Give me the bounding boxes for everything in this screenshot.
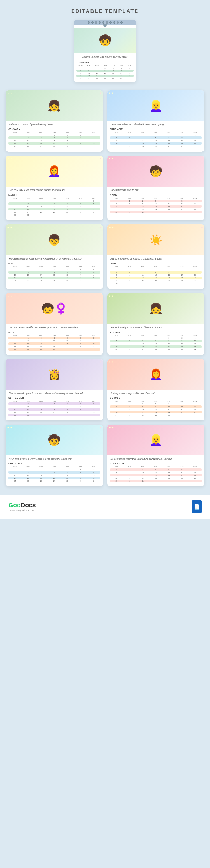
month-card-november: ✦ ✦🧒✦Your time is limited, don't waste i… (6, 425, 103, 486)
month-card-july: ✦ ✦🧒‍♀️✦You are never too old to set ano… (6, 293, 103, 355)
illustration-october: ✦ ✦👩‍🦰✦ (107, 359, 205, 390)
illustration-march: ✦ ✦👩‍🦰✦ (6, 156, 103, 187)
month-card-february: ✦ ✦👱‍♀️✦Don't watch the clock; do what i… (107, 90, 205, 152)
hero-quote: Believe you can and you're halfway there… (74, 53, 136, 60)
character-march: 👩‍🦰 (47, 165, 61, 178)
illustration-december: ✦ ✦👱‍♀️✦ (107, 425, 205, 456)
month-label-january: JANUARY (6, 127, 103, 131)
month-label-august: AUGUST (107, 330, 205, 334)
footer-doc-icon[interactable]: 📄 (192, 500, 202, 513)
month-label-september: SEPTEMBER (6, 396, 103, 400)
month-card-september: ✦ ✦👸✦The future belongs to those who bel… (6, 359, 103, 421)
month-card-december: ✦ ✦👱‍♀️✦Do something today that your fut… (107, 425, 205, 486)
calendar-november: MONTUEWEDTHUFRISATSUN1234567891011121314… (6, 466, 103, 484)
month-card-june: ✦ ✦☀️✦Act as if what you do makes a diff… (107, 224, 205, 289)
calendar-june: MONTUEWEDTHUFRISATSUN1234567891011121314… (107, 266, 205, 286)
character-august: 👧 (149, 302, 163, 315)
month-label-june: JUNE (107, 261, 205, 266)
quote-june: Act as if what you do makes a difference… (107, 255, 205, 261)
illustration-february: ✦ ✦👱‍♀️✦ (107, 90, 205, 121)
illustration-january: ✦ ✦👧✦ (6, 90, 103, 121)
calendar-september: MONTUEWEDTHUFRISATSUN1234567891011121314… (6, 400, 103, 417)
month-card-october: ✦ ✦👩‍🦰✦It always seems impossible until … (107, 359, 205, 421)
quote-january: Believe you can and you're halfway there… (6, 121, 103, 127)
character-may: 👦 (47, 234, 61, 246)
quote-march: The only way to do great work is to love… (6, 187, 103, 192)
calendar-january: MONTUEWEDTHUFRISATSUN1234567891011121314… (6, 131, 103, 149)
quote-october: It always seems impossible until it's do… (107, 390, 205, 396)
month-label-december: DECEMBER (107, 461, 205, 466)
hero-month: JANUARY (74, 60, 136, 64)
quote-august: Act as if what you do makes a difference… (107, 324, 205, 330)
character-february: 👱‍♀️ (149, 99, 163, 112)
calendar-august: MONTUEWEDTHUFRISATSUN1234567891011121314… (107, 334, 205, 352)
illustration-june: ✦ ✦☀️✦ (107, 224, 205, 255)
illustration-september: ✦ ✦👸✦ (6, 359, 103, 390)
footer: GooDocs www.thegoodocs.com 📄 (0, 495, 210, 519)
hero-calendar-grid: MONTUEWEDTHUFRISATSUN 1234 567891011 121… (74, 64, 136, 82)
quote-may: Hardships often prepare ordinary people … (6, 255, 103, 261)
hook (103, 24, 107, 28)
quote-december: Do something today that your future self… (107, 456, 205, 461)
illustration-april: ✦ ✦🧒✦ (107, 156, 205, 187)
hero-character: 🧒 (99, 34, 112, 46)
illustration-august: ✦ ✦👧✦ (107, 293, 205, 324)
illustration-november: ✦ ✦🧒✦ (6, 425, 103, 456)
hero-calendar: 🧒 Believe you can and you're halfway the… (74, 20, 136, 82)
character-october: 👩‍🦰 (149, 368, 163, 381)
hero-section: 🧒 Believe you can and you're halfway the… (0, 20, 210, 82)
month-card-august: ✦ ✦👧✦Act as if what you do makes a diffe… (107, 293, 205, 355)
calendar-december: MONTUEWEDTHUFRISATSUN1234567891011121314… (107, 466, 205, 484)
month-card-april: ✦ ✦🧒✦Dream big and dare to fail!APRILMON… (107, 156, 205, 220)
calendar-may: MONTUEWEDTHUFRISATSUN1234567891011121314… (6, 266, 103, 283)
character-september: 👸 (47, 368, 61, 381)
quote-july: You are never too old to set another goa… (6, 324, 103, 330)
calendar-july: MONTUEWEDTHUFRISATSUN1234567891011121314… (6, 334, 103, 352)
month-label-may: MAY (6, 261, 103, 266)
month-label-july: JULY (6, 330, 103, 334)
month-card-march: ✦ ✦👩‍🦰✦The only way to do great work is … (6, 156, 103, 220)
hero-img: 🧒 (74, 28, 136, 53)
month-card-may: ✦ ✦👦✦Hardships often prepare ordinary pe… (6, 224, 103, 289)
illustration-july: ✦ ✦🧒‍♀️✦ (6, 293, 103, 324)
quote-april: Dream big and dare to fail! (107, 187, 205, 192)
month-card-january: ✦ ✦👧✦Believe you can and you're halfway … (6, 90, 103, 152)
footer-logo: GooDocs www.thegoodocs.com (8, 502, 36, 512)
month-label-november: NOVEMBER (6, 461, 103, 466)
character-july: 🧒‍♀️ (41, 302, 68, 315)
calendar-october: MONTUEWEDTHUFRISATSUN1234567891011121314… (107, 400, 205, 417)
month-label-april: APRIL (107, 192, 205, 197)
character-june: ☀️ (149, 234, 163, 246)
month-label-october: OCTOBER (107, 396, 205, 400)
page-title: EDITABLE TEMPLATE (0, 0, 210, 20)
month-label-february: FEBRUARY (107, 127, 205, 131)
calendar-march: MONTUEWEDTHUFRISATSUN1234567891011121314… (6, 197, 103, 217)
character-january: 👧 (47, 99, 61, 112)
calendar-february: MONTUEWEDTHUFRISATSUN1234567891011121314… (107, 131, 205, 149)
character-april: 🧒 (149, 165, 163, 178)
illustration-may: ✦ ✦👦✦ (6, 224, 103, 255)
quote-november: Your time is limited, don't waste it liv… (6, 456, 103, 461)
character-november: 🧒 (47, 434, 61, 446)
character-december: 👱‍♀️ (149, 434, 163, 446)
month-label-march: MARCH (6, 192, 103, 197)
quote-september: The future belongs to those who believe … (6, 390, 103, 396)
calendar-april: MONTUEWEDTHUFRISATSUN1234567891011121314… (107, 197, 205, 215)
calendar-grid: ✦ ✦👧✦Believe you can and you're halfway … (0, 90, 210, 495)
quote-february: Don't watch the clock; do what it does. … (107, 121, 205, 127)
